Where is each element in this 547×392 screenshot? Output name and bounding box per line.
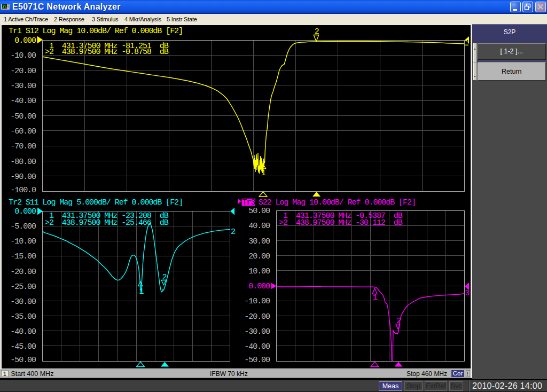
svg-text:1: 1: [261, 169, 266, 178]
svg-text:50.00: 50.00: [248, 207, 270, 216]
svg-text:40.00: 40.00: [248, 222, 270, 231]
svg-text:0.000: 0.000: [14, 207, 36, 216]
svg-text:20.00: 20.00: [248, 252, 270, 261]
svg-text:Tr3: Tr3: [243, 198, 256, 207]
svg-text:0.000: 0.000: [14, 36, 36, 45]
svg-text:-20.00: -20.00: [10, 268, 36, 277]
svg-text:-15.00: -15.00: [10, 252, 36, 261]
svg-text:-50.00: -50.00: [10, 356, 36, 365]
svg-text:-30.00: -30.00: [244, 327, 270, 336]
svg-text:-30.00: -30.00: [10, 82, 36, 91]
svg-text:-40.00: -40.00: [10, 327, 36, 336]
svg-text:>2 438.97500 MHz -25.466 dB: >2 438.97500 MHz -25.466 dB: [45, 218, 169, 228]
svg-text:0.000: 0.000: [248, 282, 270, 291]
svg-text:-10.00: -10.00: [10, 237, 36, 246]
svg-text:-100.0: -100.0: [10, 186, 36, 195]
svg-text:-5.000: -5.000: [10, 222, 36, 231]
svg-text:1: 1: [373, 293, 378, 302]
svg-text:2: 2: [231, 228, 235, 237]
svg-text:-25.00: -25.00: [10, 283, 36, 292]
svg-text:Tr2 S11 Log Mag 5.000dB/ Ref 0: Tr2 S11 Log Mag 5.000dB/ Ref 0.000dB [F2…: [9, 198, 183, 207]
svg-text:-20.00: -20.00: [244, 312, 270, 322]
svg-text:>2 438.97500 MHz -30.112 dB: >2 438.97500 MHz -30.112 dB: [279, 218, 403, 228]
svg-text:>2 438.97500 MHz -0.8758 dB: >2 438.97500 MHz -0.8758 dB: [45, 48, 169, 57]
svg-text:-45.00: -45.00: [10, 342, 36, 351]
svg-text:-10.00: -10.00: [10, 51, 36, 60]
svg-text:-70.00: -70.00: [10, 142, 36, 151]
svg-text:Tr1 S12 Log Mag 10.00dB/ Ref 0: Tr1 S12 Log Mag 10.00dB/ Ref 0.000dB [F2…: [9, 27, 183, 36]
svg-text:1: 1: [139, 287, 144, 296]
svg-text:10.00: 10.00: [248, 267, 270, 276]
svg-text:3: 3: [465, 289, 470, 298]
svg-text:30.00: 30.00: [248, 237, 270, 246]
svg-text:-50.00: -50.00: [10, 112, 36, 121]
svg-text:S22 Log Mag 10.00dB/ Ref 0.000: S22 Log Mag 10.00dB/ Ref 0.000dB [F2]: [259, 198, 416, 207]
svg-text:-40.00: -40.00: [10, 97, 36, 106]
svg-text:-50.00: -50.00: [244, 356, 270, 365]
svg-text:-80.00: -80.00: [10, 158, 36, 167]
svg-text:-35.00: -35.00: [10, 312, 36, 322]
svg-text:-60.00: -60.00: [10, 127, 36, 136]
svg-text:-40.00: -40.00: [244, 342, 270, 351]
svg-text:-20.00: -20.00: [10, 67, 36, 76]
svg-text:-90.00: -90.00: [10, 173, 36, 182]
svg-text:-10.00: -10.00: [244, 297, 270, 306]
svg-text:-30.00: -30.00: [10, 297, 36, 307]
svg-text:1: 1: [465, 39, 470, 47]
